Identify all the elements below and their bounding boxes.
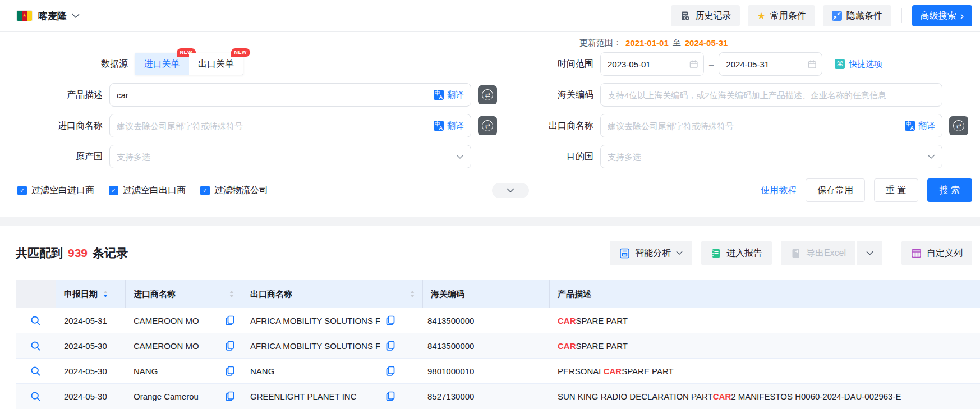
export-options-button[interactable]: [857, 241, 882, 265]
header-label: 出口商名称: [250, 289, 292, 300]
calendar-icon[interactable]: [808, 59, 816, 69]
checkbox-filter-blank-importer[interactable]: ✓ 过滤空白进口商: [17, 185, 94, 196]
tutorial-link[interactable]: 使用教程: [761, 185, 797, 196]
copy-icon[interactable]: [386, 366, 395, 376]
form-row-product-hscode: 产品描述 中A 翻译 ⇄ 海关编码: [16, 83, 980, 107]
export-excel-label: 导出Excel: [806, 247, 846, 259]
hs-code-label: 海关编码: [515, 89, 593, 101]
destination-country-input[interactable]: [601, 152, 927, 162]
cell-exporter: NANG: [242, 359, 423, 383]
translate-icon: 中A: [905, 121, 915, 131]
reset-button[interactable]: 重 置: [874, 178, 918, 202]
row-detail-search-icon[interactable]: [30, 391, 41, 402]
header-label: 进口商名称: [134, 289, 176, 300]
start-date-input[interactable]: [608, 59, 689, 69]
tab-export-label: 出口关单: [198, 58, 234, 70]
row-detail-search-icon[interactable]: [30, 341, 41, 351]
importer-input[interactable]: [110, 121, 434, 131]
destination-country-select[interactable]: [600, 145, 942, 168]
custom-columns-label: 自定义列: [927, 247, 963, 259]
checkbox-filter-blank-exporter[interactable]: ✓ 过滤空白出口商: [109, 185, 186, 196]
translate-button[interactable]: 中A 翻译: [434, 121, 471, 131]
start-date-input-box: [600, 52, 704, 76]
origin-country-select[interactable]: [109, 145, 471, 168]
header-declaration-date[interactable]: 申报日期: [56, 280, 126, 308]
customs-data-search-page: ★ 喀麦隆 历史记录 ★ 常用条件 隐藏条件 高级搜索 ›: [0, 0, 980, 413]
save-common-button[interactable]: 保存常用: [806, 178, 865, 202]
export-excel-button[interactable]: 导出Excel: [781, 241, 855, 265]
exporter-input-box: 中A 翻译: [600, 114, 942, 137]
custom-columns-icon: [911, 248, 922, 259]
row-detail-search-icon[interactable]: [30, 315, 41, 326]
expand-form-button[interactable]: [492, 183, 529, 198]
chevron-down-icon: [456, 154, 464, 159]
summary-prefix: 共匹配到: [16, 245, 63, 261]
checkbox-label: 过滤物流公司: [214, 185, 268, 196]
check-icon: ✓: [17, 186, 27, 195]
export-icon: [790, 248, 801, 259]
header-importer-name[interactable]: 进口商名称: [126, 280, 242, 308]
sort-icons: [229, 291, 234, 298]
hs-code-input-box: [600, 83, 942, 107]
product-desc-input[interactable]: [110, 90, 434, 100]
vertical-divider: [901, 8, 902, 23]
advanced-search-button[interactable]: 高级搜索 ›: [912, 5, 972, 26]
exporter-input[interactable]: [601, 121, 905, 131]
topbar-actions: 历史记录 ★ 常用条件 隐藏条件 高级搜索 ›: [671, 5, 972, 26]
origin-country-input[interactable]: [110, 152, 456, 162]
cell-exporter: GREENLIGHT PLANET INC: [242, 384, 423, 409]
header-row-actions: [16, 280, 56, 308]
translate-button[interactable]: 中A 翻译: [434, 90, 471, 100]
time-range-label: 时间范围: [515, 58, 593, 70]
cell-importer: NANG: [126, 359, 242, 383]
star-icon: ★: [757, 11, 765, 21]
copy-icon[interactable]: [386, 341, 395, 351]
smart-analysis-button[interactable]: BI 智能分析: [610, 241, 692, 265]
tab-import-customs[interactable]: 进口关单 NEW: [135, 53, 189, 75]
update-range: 更新范围： 2021-01-01 至 2024-05-31: [579, 35, 980, 50]
copy-icon[interactable]: [226, 315, 234, 325]
results-toolbar: BI 智能分析 进入报告 导出Excel: [610, 241, 972, 265]
calendar-icon[interactable]: [689, 59, 698, 69]
end-date-input-box: [719, 52, 822, 76]
copy-icon[interactable]: [226, 391, 234, 401]
checkbox-filter-logistics[interactable]: ✓ 过滤物流公司: [200, 185, 268, 196]
hs-code-input[interactable]: [601, 90, 942, 100]
section-divider: [0, 217, 980, 226]
country-selector[interactable]: ★ 喀麦隆: [17, 10, 80, 22]
copy-icon[interactable]: [386, 315, 395, 325]
report-icon: [711, 248, 721, 259]
synonym-expand-button[interactable]: ⇄: [478, 85, 497, 104]
cell-date: 2024-05-30: [56, 333, 126, 358]
cameroon-flag-icon: ★: [17, 11, 32, 21]
importer-label: 进口商名称: [16, 120, 103, 132]
quick-options-button[interactable]: ⌘ 快捷选项: [835, 59, 882, 70]
checkbox-label: 过滤空白出口商: [123, 185, 186, 196]
search-button[interactable]: 搜 索: [927, 178, 972, 202]
time-range-row: 时间范围 – ⌘ 快捷选项: [515, 52, 980, 76]
row-detail-search-icon[interactable]: [30, 366, 41, 377]
tab-export-customs[interactable]: 出口关单 NEW: [189, 53, 243, 75]
end-date-input[interactable]: [726, 59, 808, 69]
form-row-filters-actions: ✓ 过滤空白进口商 ✓ 过滤空白出口商 ✓ 过滤物流公司 使用教程 保存常用: [16, 178, 980, 202]
hide-conditions-button[interactable]: 隐藏条件: [823, 5, 891, 26]
enter-report-button[interactable]: 进入报告: [701, 241, 772, 265]
copy-icon[interactable]: [226, 366, 234, 376]
header-label: 申报日期: [64, 289, 98, 300]
translate-button[interactable]: 中A 翻译: [905, 121, 942, 131]
custom-columns-button[interactable]: 自定义列: [901, 241, 972, 265]
header-exporter-name[interactable]: 出口商名称: [242, 280, 423, 308]
favorites-button[interactable]: ★ 常用条件: [748, 5, 815, 26]
advanced-search-label: 高级搜索: [921, 10, 956, 22]
copy-icon[interactable]: [386, 391, 395, 401]
form-row-source-time: 数据源 进口关单 NEW 出口关单 NEW 更新范围： 2021-01-01: [16, 35, 980, 76]
cell-exporter: AFRICA MOBILITY SOLUTIONS F: [242, 333, 423, 358]
synonym-expand-button[interactable]: ⇄: [949, 116, 968, 135]
synonym-expand-button[interactable]: ⇄: [478, 116, 497, 135]
copy-icon[interactable]: [226, 341, 234, 351]
table-row: 2024-05-30 NANG NANG 9801000010 PERSONAL…: [16, 359, 980, 384]
exchange-icon: ⇄: [482, 120, 493, 131]
header-label: 产品描述: [558, 289, 591, 300]
history-button[interactable]: 历史记录: [671, 5, 740, 26]
translate-icon: 中A: [434, 121, 444, 131]
